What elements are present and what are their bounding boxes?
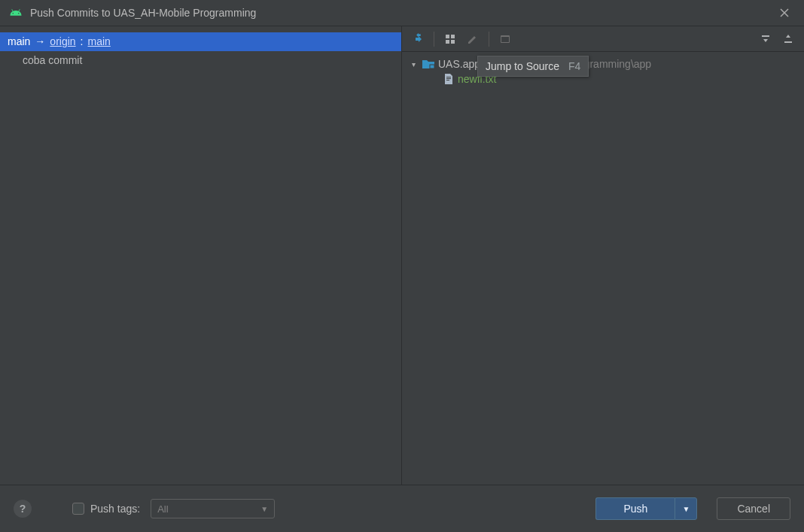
push-tags-checkbox[interactable]: Push tags: [72,503,140,515]
svg-rect-3 [451,35,455,38]
toolbar-separator [489,32,489,47]
close-icon[interactable] [774,2,795,23]
arrow-icon: → [33,35,47,47]
module-folder-icon [422,59,435,69]
text-file-icon [443,73,455,85]
push-button[interactable]: Push [595,497,675,520]
dialog-footer: ? Push tags: All ▼ Push ▼ Cancel [0,485,804,532]
branch-local-label: main [8,35,30,47]
commit-message: coba commit [23,54,82,66]
tooltip-text: Jump to Source [486,60,559,72]
group-by-icon[interactable] [440,29,460,49]
checkbox-box-icon[interactable] [72,503,84,515]
push-tags-select-value: All [157,503,168,515]
branch-remote-branch-label[interactable]: main [88,35,111,47]
help-icon[interactable]: ? [14,500,32,518]
push-tags-select[interactable]: All ▼ [151,499,275,518]
push-button-label: Push [623,503,647,515]
tree-file-row[interactable]: newfl.txt [408,71,798,87]
branch-colon: : [79,35,85,47]
toolbar-separator [434,32,434,47]
push-button-group: Push ▼ [595,497,697,520]
svg-rect-8 [762,35,769,37]
tree-root-label: UAS.app [438,58,480,70]
chevron-down-icon: ▼ [260,505,268,513]
cancel-button-label: Cancel [737,503,770,515]
commit-row[interactable]: coba commit [0,51,401,69]
push-tags-label: Push tags: [90,503,140,515]
main-split: main → origin : main coba commit [0,26,804,485]
show-diff-icon[interactable] [408,29,428,49]
push-dropdown-button[interactable]: ▼ [675,497,697,520]
preview-icon[interactable] [495,29,515,49]
branch-remote-label[interactable]: origin [50,35,75,47]
tooltip-shortcut: F4 [568,60,580,72]
cancel-button[interactable]: Cancel [717,497,790,520]
files-pane: ▾ UAS.app UAS_AH-Mobile Programming\app … [402,26,804,485]
titlebar: Push Commits to UAS_AH-Mobile Programmin… [0,0,804,26]
edit-icon[interactable] [463,29,483,49]
svg-rect-4 [446,40,449,44]
svg-rect-2 [446,35,449,38]
android-icon [9,6,23,20]
svg-rect-5 [451,40,455,44]
svg-rect-12 [446,78,451,79]
tree-root-row[interactable]: ▾ UAS.app UAS_AH-Mobile Programming\app [408,56,798,71]
collapse-all-icon[interactable] [778,29,798,49]
branch-row[interactable]: main → origin : main [0,32,401,51]
jump-to-source-tooltip: Jump to Source F4 [477,56,589,77]
file-tree: ▾ UAS.app UAS_AH-Mobile Programming\app … [402,52,804,485]
svg-rect-10 [430,65,434,68]
svg-rect-7 [501,37,509,42]
svg-rect-11 [446,77,451,78]
expand-all-icon[interactable] [756,29,775,49]
files-toolbar [402,26,804,52]
commits-pane: main → origin : main coba commit [0,26,402,485]
chevron-down-icon[interactable]: ▾ [408,60,419,68]
svg-rect-9 [784,41,792,43]
svg-rect-13 [446,80,449,81]
titlebar-title: Push Commits to UAS_AH-Mobile Programmin… [30,7,256,19]
